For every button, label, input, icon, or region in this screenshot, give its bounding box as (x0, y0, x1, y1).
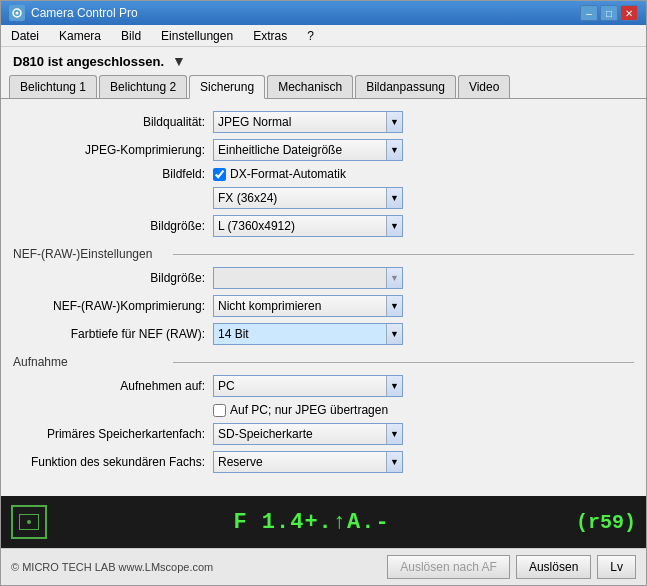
status-bar: D810 ist angeschlossen. ▼ (1, 47, 646, 75)
aufnehmen-row: Aufnehmen auf: PC ▼ (13, 375, 634, 397)
menu-einstellungen[interactable]: Einstellungen (155, 27, 239, 45)
nef-bildgrosse-label: Bildgröße: (13, 271, 213, 285)
speicherkarte-control: SD-Speicherkarte ▼ (213, 423, 413, 445)
menu-bar: Datei Kamera Bild Einstellungen Extras ? (1, 25, 646, 47)
bildfeld-arrow-icon: ▼ (386, 188, 402, 208)
menu-extras[interactable]: Extras (247, 27, 293, 45)
aufnehmen-control: PC ▼ (213, 375, 413, 397)
nef-section-divider: NEF-(RAW-)Einstellungen (13, 247, 634, 261)
aufnahme-divider-line (173, 362, 634, 363)
speicherkarte-value: SD-Speicherkarte (218, 427, 313, 441)
bildqualitat-control: JPEG Normal ▼ (213, 111, 413, 133)
aufnahme-section-label: Aufnahme (13, 355, 173, 369)
bildfeld-select-control: FX (36x24) ▼ (213, 187, 413, 209)
auf-pc-checkbox[interactable] (213, 404, 226, 417)
speicherkarte-row: Primäres Speicherkartenfach: SD-Speicher… (13, 423, 634, 445)
window-title: Camera Control Pro (31, 6, 138, 20)
menu-datei[interactable]: Datei (5, 27, 45, 45)
nef-divider-line (173, 254, 634, 255)
title-bar: Camera Control Pro – □ ✕ (1, 1, 646, 25)
farbtiefe-dropdown[interactable]: 14 Bit ▼ (213, 323, 403, 345)
close-button[interactable]: ✕ (620, 5, 638, 21)
jpeg-komprimierung-dropdown[interactable]: Einheitliche Dateigröße ▼ (213, 139, 403, 161)
farbtiefe-value: 14 Bit (218, 327, 249, 341)
sekundar-row: Funktion des sekundären Fachs: Reserve ▼ (13, 451, 634, 473)
bildfeld-label: Bildfeld: (13, 167, 213, 181)
farbtiefe-label: Farbtiefe für NEF (RAW): (13, 327, 213, 341)
nef-bildgrosse-control: ▼ (213, 267, 413, 289)
footer-copyright: © MICRO TECH LAB www.LMscope.com (11, 561, 213, 573)
sekundar-control: Reserve ▼ (213, 451, 413, 473)
auslosen-button[interactable]: Auslösen (516, 555, 591, 579)
tab-bar: Belichtung 1 Belichtung 2 Sicherung Mech… (1, 75, 646, 99)
tab-belichtung1[interactable]: Belichtung 1 (9, 75, 97, 98)
bildqualitat-dropdown[interactable]: JPEG Normal ▼ (213, 111, 403, 133)
nef-komprimierung-dropdown[interactable]: Nicht komprimieren ▼ (213, 295, 403, 317)
auf-pc-control: Auf PC; nur JPEG übertragen (213, 403, 413, 417)
jpeg-komprimierung-value: Einheitliche Dateigröße (218, 143, 342, 157)
menu-kamera[interactable]: Kamera (53, 27, 107, 45)
speicherkarte-label: Primäres Speicherkartenfach: (13, 427, 213, 441)
menu-help[interactable]: ? (301, 27, 320, 45)
bildfeld-text: DX-Format-Automatik (230, 167, 346, 181)
bildfeld-dropdown[interactable]: FX (36x24) ▼ (213, 187, 403, 209)
tab-sicherung[interactable]: Sicherung (189, 75, 265, 99)
content-area: Bildqualität: JPEG Normal ▼ JPEG-Komprim… (1, 99, 646, 496)
jpeg-komprimierung-arrow-icon: ▼ (386, 140, 402, 160)
tab-belichtung2[interactable]: Belichtung 2 (99, 75, 187, 98)
sekundar-arrow-icon: ▼ (386, 452, 402, 472)
sekundar-label: Funktion des sekundären Fachs: (13, 455, 213, 469)
sekundar-dropdown[interactable]: Reserve ▼ (213, 451, 403, 473)
sekundar-value: Reserve (218, 455, 263, 469)
display-counter: (r59) (576, 511, 636, 534)
farbtiefe-control: 14 Bit ▼ (213, 323, 413, 345)
bildgrosse-row: Bildgröße: L (7360x4912) ▼ (13, 215, 634, 237)
tab-bildanpassung[interactable]: Bildanpassung (355, 75, 456, 98)
minimize-button[interactable]: – (580, 5, 598, 21)
maximize-button[interactable]: □ (600, 5, 618, 21)
bildgrosse-arrow-icon: ▼ (386, 216, 402, 236)
tab-video[interactable]: Video (458, 75, 510, 98)
nef-bildgrosse-row: Bildgröße: ▼ (13, 267, 634, 289)
aufnehmen-value: PC (218, 379, 235, 393)
auf-pc-label: Auf PC; nur JPEG übertragen (230, 403, 388, 417)
nef-bildgrosse-arrow-icon: ▼ (386, 268, 402, 288)
auf-pc-row: Auf PC; nur JPEG übertragen (13, 403, 634, 417)
aufnehmen-arrow-icon: ▼ (386, 376, 402, 396)
farbtiefe-arrow-icon: ▼ (386, 324, 402, 344)
bildfeld-select-row: FX (36x24) ▼ (13, 187, 634, 209)
main-window: Camera Control Pro – □ ✕ Datei Kamera Bi… (0, 0, 647, 586)
bottom-right-buttons: Auslösen nach AF Auslösen Lv (387, 555, 636, 579)
nef-komprimierung-row: NEF-(RAW-)Komprimierung: Nicht komprimie… (13, 295, 634, 317)
bildqualitat-row: Bildqualität: JPEG Normal ▼ (13, 111, 634, 133)
display-frame (11, 505, 47, 539)
title-bar-left: Camera Control Pro (9, 5, 138, 21)
bildfeld-control: DX-Format-Automatik (213, 167, 413, 181)
aufnehmen-dropdown[interactable]: PC ▼ (213, 375, 403, 397)
auslosen-af-button[interactable]: Auslösen nach AF (387, 555, 510, 579)
aufnehmen-label: Aufnehmen auf: (13, 379, 213, 393)
bottom-display: F 1.4+.↑A.- (r59) (1, 496, 646, 548)
nef-komprimierung-arrow-icon: ▼ (386, 296, 402, 316)
status-arrow-icon: ▼ (172, 53, 186, 69)
bildqualitat-value: JPEG Normal (218, 115, 291, 129)
bildqualitat-label: Bildqualität: (13, 115, 213, 129)
jpeg-komprimierung-row: JPEG-Komprimierung: Einheitliche Dateigr… (13, 139, 634, 161)
nef-komprimierung-control: Nicht komprimieren ▼ (213, 295, 413, 317)
nef-bildgrosse-dropdown[interactable]: ▼ (213, 267, 403, 289)
bildgrosse-dropdown[interactable]: L (7360x4912) ▼ (213, 215, 403, 237)
bildfeld-checkbox[interactable] (213, 168, 226, 181)
lv-button[interactable]: Lv (597, 555, 636, 579)
tab-mechanisch[interactable]: Mechanisch (267, 75, 353, 98)
jpeg-komprimierung-control: Einheitliche Dateigröße ▼ (213, 139, 413, 161)
speicherkarte-dropdown[interactable]: SD-Speicherkarte ▼ (213, 423, 403, 445)
bildqualitat-arrow-icon: ▼ (386, 112, 402, 132)
menu-bild[interactable]: Bild (115, 27, 147, 45)
display-dot-icon (27, 520, 31, 524)
aufnahme-section-divider: Aufnahme (13, 355, 634, 369)
jpeg-komprimierung-label: JPEG-Komprimierung: (13, 143, 213, 157)
bildfeld-select-value: FX (36x24) (218, 191, 277, 205)
farbtiefe-row: Farbtiefe für NEF (RAW): 14 Bit ▼ (13, 323, 634, 345)
app-icon (9, 5, 25, 21)
bildgrosse-value: L (7360x4912) (218, 219, 295, 233)
